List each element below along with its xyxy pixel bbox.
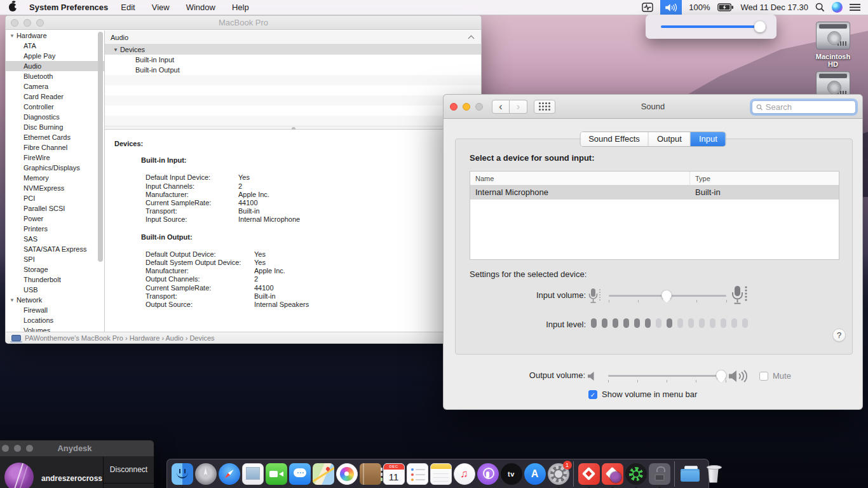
sidebar-item-graphics-displays[interactable]: Graphics/Displays	[6, 163, 104, 173]
dock-icon-app-chip[interactable]	[649, 463, 670, 485]
slider-track[interactable]	[608, 375, 726, 377]
tree-group-devices[interactable]: ▼Devices	[105, 44, 481, 55]
volume-popup-track[interactable]	[661, 25, 764, 28]
sidebar-item-nvmexpress[interactable]: NVMExpress	[6, 183, 104, 193]
help-button[interactable]: ?	[832, 329, 846, 342]
volume-menu-icon[interactable]	[660, 0, 682, 15]
sidebar-section-network[interactable]: ▼Network	[6, 295, 104, 305]
sidebar-item-locations[interactable]: Locations	[6, 315, 104, 325]
active-app-menu[interactable]: System Preferences	[29, 3, 108, 12]
input-volume-knob[interactable]	[661, 290, 672, 301]
sidebar-item-volumes[interactable]: Volumes	[6, 325, 104, 332]
column-type[interactable]: Type	[690, 172, 839, 186]
dock-icon-anydesk-session[interactable]	[602, 463, 623, 485]
sidebar-item-spi[interactable]: SPI	[6, 254, 104, 264]
menu-bar-clock[interactable]: Wed 11 Dec 17.30	[741, 3, 808, 12]
sidebar-item-firewire[interactable]: FireWire	[6, 152, 104, 163]
dock-icon-messages[interactable]	[289, 463, 311, 485]
sidebar-item-sas[interactable]: SAS	[6, 234, 104, 244]
dock-icon-finder[interactable]	[172, 463, 193, 485]
sidebar-scrollbar[interactable]	[98, 32, 103, 262]
tab-output[interactable]: Output	[649, 132, 691, 146]
device-row-internal-microphone[interactable]: Internal MicrophoneBuilt-in	[470, 186, 839, 200]
sidebar-item-apple-pay[interactable]: Apple Pay	[6, 51, 104, 61]
dock-icon-facetime[interactable]	[266, 463, 287, 485]
input-volume-slider[interactable]	[609, 287, 726, 306]
volume-popup-knob[interactable]	[754, 21, 766, 33]
dock-icon-trash[interactable]	[703, 463, 724, 485]
anydesk-titlebar[interactable]: Anydesk	[0, 440, 154, 456]
device-table-header[interactable]: Name Type	[470, 172, 839, 186]
dock-icon-podcasts[interactable]	[477, 463, 499, 485]
sidebar-item-memory[interactable]: Memory	[6, 173, 104, 183]
sidebar-item-thunderbolt[interactable]: Thunderbolt	[6, 274, 104, 285]
status-waveform-icon[interactable]	[642, 0, 653, 15]
sidebar-item-pci[interactable]: PCI	[6, 193, 104, 203]
dock-icon-photos[interactable]	[336, 463, 358, 485]
show-volume-checkbox[interactable]: ✓	[588, 390, 597, 399]
dock-icon-app-gears[interactable]	[625, 463, 647, 485]
menu-help[interactable]: Help	[232, 3, 249, 12]
tab-input[interactable]: Input	[691, 132, 726, 146]
notification-center-icon[interactable]	[850, 0, 860, 15]
sidebar-section-hardware[interactable]: ▼Hardware	[6, 30, 104, 41]
dock-icon-music[interactable]	[454, 463, 475, 485]
battery-percentage[interactable]: 100%	[689, 3, 710, 12]
output-volume-slider[interactable]	[608, 367, 726, 386]
sidebar-item-controller[interactable]: Controller	[6, 102, 104, 112]
dock-icon-safari[interactable]	[219, 463, 240, 485]
battery-icon[interactable]	[717, 0, 734, 15]
sidebar-item-power[interactable]: Power	[6, 214, 104, 224]
sidebar-item-card-reader[interactable]: Card Reader	[6, 92, 104, 102]
dock-icon-notes[interactable]	[430, 463, 452, 485]
dock-icon-downloads-folder[interactable]	[679, 463, 701, 485]
dock-icon-mail[interactable]	[242, 463, 264, 485]
sysinfo-titlebar[interactable]: MacBook Pro	[6, 16, 481, 30]
dock-icon-contacts[interactable]	[360, 463, 381, 485]
tree-item-built-in-input[interactable]: Built-in Input	[105, 55, 481, 65]
mute-checkbox[interactable]	[759, 372, 768, 381]
siri-icon[interactable]	[832, 2, 843, 13]
sidebar-item-parallel-scsi[interactable]: Parallel SCSI	[6, 203, 104, 214]
column-name[interactable]: Name	[470, 172, 690, 186]
sound-titlebar[interactable]: ‹ › Sound	[444, 95, 862, 119]
disclosure-triangle-icon[interactable]: ▼	[10, 297, 15, 303]
sidebar-item-camera[interactable]: Camera	[6, 81, 104, 92]
apple-menu-icon[interactable]	[9, 3, 17, 11]
disconnect-button[interactable]: Disconnect	[104, 457, 154, 483]
search-input[interactable]	[766, 102, 851, 112]
sidebar-item-ethernet-cards[interactable]: Ethernet Cards	[6, 132, 104, 142]
dock-icon-maps[interactable]	[313, 463, 334, 485]
sidebar-item-diagnostics[interactable]: Diagnostics	[6, 112, 104, 122]
sidebar-item-sata-sata-express[interactable]: SATA/SATA Express	[6, 244, 104, 254]
dock-icon-system-preferences[interactable]: 1	[548, 463, 569, 485]
collapse-chevron-icon[interactable]	[468, 36, 475, 42]
sidebar-item-disc-burning[interactable]: Disc Burning	[6, 122, 104, 132]
sidebar-item-firewall[interactable]: Firewall	[6, 305, 104, 315]
search-field[interactable]	[752, 100, 856, 114]
dock-icon-reminders[interactable]	[407, 463, 428, 485]
desktop-drive-macintosh-hd[interactable]: Macintosh HD	[813, 22, 853, 68]
more-button[interactable]: More	[104, 483, 154, 488]
tab-sound-effects[interactable]: Sound Effects	[580, 132, 649, 146]
sidebar-item-audio[interactable]: Audio	[6, 61, 104, 71]
dock-icon-tv[interactable]: tv	[501, 463, 522, 485]
disclosure-triangle-icon[interactable]: ▼	[10, 33, 15, 39]
sidebar-item-usb[interactable]: USB	[6, 285, 104, 295]
output-volume-knob[interactable]	[715, 370, 726, 381]
device-table[interactable]: Name Type Internal MicrophoneBuilt-in	[470, 171, 839, 260]
menu-view[interactable]: View	[152, 3, 170, 12]
tree-item-built-in-output[interactable]: Built-in Output	[105, 65, 481, 75]
sidebar-item-ata[interactable]: ATA	[6, 41, 104, 51]
dock-icon-launchpad[interactable]	[195, 463, 217, 485]
dock-icon-anydesk[interactable]	[578, 463, 600, 485]
menu-window[interactable]: Window	[186, 3, 215, 12]
disclosure-triangle-icon[interactable]: ▼	[113, 47, 118, 53]
sidebar-item-printers[interactable]: Printers	[6, 224, 104, 234]
sidebar-item-bluetooth[interactable]: Bluetooth	[6, 71, 104, 81]
menu-edit[interactable]: Edit	[121, 3, 135, 12]
dock-icon-app-store[interactable]	[524, 463, 546, 485]
sidebar-item-storage[interactable]: Storage	[6, 264, 104, 274]
spotlight-search-icon[interactable]	[815, 0, 825, 15]
sidebar-item-fibre-channel[interactable]: Fibre Channel	[6, 142, 104, 152]
